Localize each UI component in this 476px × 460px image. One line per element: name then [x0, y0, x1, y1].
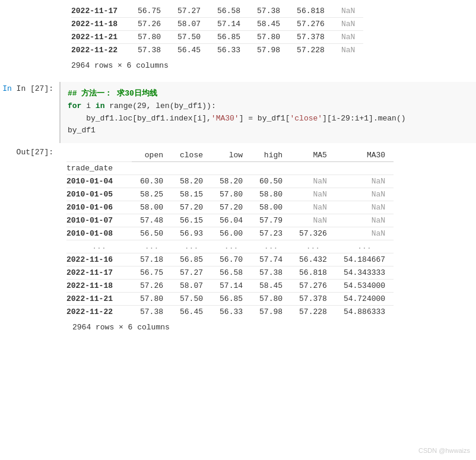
ma30-cell: NaN — [335, 227, 394, 240]
low-cell: 57.14 — [211, 280, 251, 293]
close-cell: 58.07 — [172, 280, 211, 293]
date-cell: 2022-11-21 — [71, 31, 129, 44]
in-keyword-code: in — [96, 101, 105, 110]
out27-cell: Out[27]: open close low high MA5 MA30 tr… — [0, 145, 476, 335]
table-row: 2010-01-08 56.50 56.93 56.00 57.23 57.32… — [66, 227, 394, 240]
close-cell: 58.20 — [172, 175, 211, 188]
ma5-header: MA5 — [291, 149, 335, 162]
ma5-cell: 57.228 — [291, 306, 335, 319]
high-header: high — [251, 149, 291, 162]
by-df1-var: by_df1 — [68, 126, 96, 135]
date-cell: 2022-11-17 — [71, 5, 129, 18]
close-cell: 57.50 — [172, 293, 211, 306]
extra-cell: NaN — [333, 18, 363, 31]
open-cell: 57.38 — [132, 306, 172, 319]
low-cell: 56.85 — [209, 31, 249, 44]
in27-label: In In [27]: — [0, 82, 59, 93]
table-row: 2022-11-18 57.26 58.07 57.14 58.45 57.27… — [66, 280, 394, 293]
high-cell: 58.00 — [251, 201, 291, 214]
extra-cell: NaN — [333, 31, 363, 44]
ma5-cell: 57.326 — [291, 227, 335, 240]
ma5-cell: NaN — [291, 214, 335, 227]
ellipsis-1: ... — [132, 240, 172, 253]
high-cell: 58.45 — [249, 18, 288, 31]
string-close: 'close' — [290, 114, 322, 123]
ma5-cell: 56.818 — [291, 267, 335, 280]
close-cell: 56.85 — [172, 253, 211, 267]
table-row: 2010-01-05 58.25 58.15 57.80 58.80 NaN N… — [66, 188, 394, 201]
ma5-cell: 56.432 — [291, 253, 335, 267]
open-cell: 58.00 — [132, 201, 172, 214]
close-cell: 57.27 — [172, 267, 211, 280]
ma30-cell: NaN — [335, 175, 394, 188]
code-line-4: by_df1 — [68, 125, 469, 137]
out27-table: open close low high MA5 MA30 trade_date — [66, 149, 394, 318]
low-cell: 58.20 — [211, 175, 251, 188]
high-cell: 58.45 — [251, 280, 291, 293]
code-line-2: for i in range(29, len(by_df1)): — [68, 100, 469, 113]
table-row: 2022-11-16 57.18 56.85 56.70 57.74 56.43… — [66, 253, 394, 267]
close-cell: 56.93 — [172, 227, 211, 240]
ma30-cell: 54.184667 — [335, 253, 394, 267]
open-cell: 57.26 — [132, 280, 172, 293]
close-cell: 56.15 — [172, 214, 211, 227]
date-cell: 2022-11-22 — [66, 306, 132, 319]
ma5-cell: 57.276 — [291, 280, 335, 293]
ellipsis-row: ... ... ... ... ... ... ... — [66, 240, 394, 253]
ellipsis-4: ... — [251, 240, 291, 253]
low-cell: 57.20 — [211, 201, 251, 214]
watermark: CSDN @hwwaizs — [418, 447, 470, 454]
high-cell: 57.38 — [251, 267, 291, 280]
table-row: 2010-01-04 60.30 58.20 58.20 60.50 NaN N… — [66, 175, 394, 188]
ma5-cell: 57.276 — [288, 18, 333, 31]
ellipsis-2: ... — [172, 240, 211, 253]
open-cell: 57.26 — [129, 18, 169, 31]
date-cell: 2022-11-18 — [71, 18, 129, 31]
close-cell: 58.07 — [169, 18, 209, 31]
ma30-header: MA30 — [335, 149, 394, 162]
out-text: Out[27]: — [17, 148, 53, 157]
date-cell: 2022-11-18 — [66, 280, 132, 293]
close-cell: 56.45 — [172, 306, 211, 319]
low-cell: 56.04 — [211, 214, 251, 227]
table-header-row: open close low high MA5 MA30 — [66, 149, 394, 162]
low-cell: 56.70 — [211, 253, 251, 267]
ma5-cell: 56.818 — [288, 5, 333, 18]
high-cell: 57.98 — [249, 44, 288, 57]
out27-label: Out[27]: — [0, 145, 59, 157]
high-cell: 57.74 — [251, 253, 291, 267]
range-call: range(29, len(by_df1)): — [109, 101, 215, 110]
extra-cell: NaN — [333, 5, 363, 18]
date-cell: 2010-01-05 — [66, 188, 132, 201]
date-cell: 2022-11-21 — [66, 293, 132, 306]
high-cell: 57.80 — [251, 293, 291, 306]
close-cell: 58.15 — [172, 188, 211, 201]
var-i: i — [86, 101, 96, 110]
open-cell: 56.75 — [129, 5, 169, 18]
date-cell: 2010-01-08 — [66, 227, 132, 240]
table-row: 2022-11-22 57.38 56.45 56.33 57.98 57.22… — [71, 44, 363, 57]
low-cell: 56.33 — [209, 44, 249, 57]
ma5-cell: NaN — [291, 175, 335, 188]
index-name: trade_date — [66, 162, 132, 175]
open-cell: 58.25 — [132, 188, 172, 201]
open-header: open — [132, 149, 172, 162]
low-header: low — [211, 149, 251, 162]
low-cell: 56.58 — [209, 5, 249, 18]
code-part2: ] = by_df1[ — [239, 114, 290, 123]
index-name-row: trade_date — [66, 162, 394, 175]
open-cell: 60.30 — [132, 175, 172, 188]
in-keyword: In — [2, 84, 16, 93]
date-cell: 2010-01-06 — [66, 201, 132, 214]
open-cell: 57.48 — [132, 214, 172, 227]
ma5-cell: 57.378 — [291, 293, 335, 306]
high-cell: 57.23 — [251, 227, 291, 240]
ma5-cell: NaN — [291, 188, 335, 201]
comment-text: ## 方法一： 求30日均线 — [68, 89, 157, 98]
ellipsis-5: ... — [291, 240, 335, 253]
high-cell: 60.50 — [251, 175, 291, 188]
ma30-cell: 54.343333 — [335, 267, 394, 280]
ma30-cell: 54.886333 — [335, 306, 394, 319]
notebook: 2022-11-17 56.75 57.27 56.58 57.38 56.81… — [0, 0, 476, 460]
ellipsis-index: ... — [66, 240, 132, 253]
